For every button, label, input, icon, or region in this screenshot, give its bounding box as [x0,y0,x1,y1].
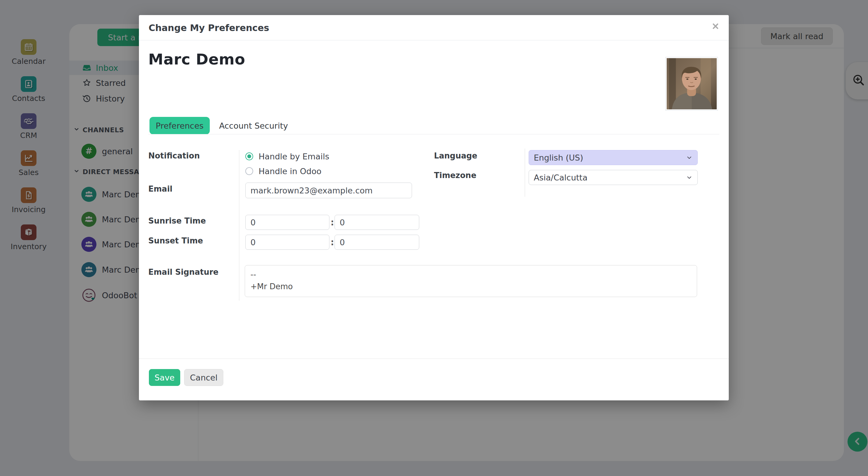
form-separator-right [525,149,525,197]
modal-header: Change My Preferences [139,15,729,40]
timezone-label: Timezone [434,171,476,180]
tab-preferences[interactable]: Preferences [150,117,210,134]
signature-line: +Mr Demo [250,281,691,292]
app-root: Calendar Contacts CRM [0,0,868,476]
time-colon: : [331,218,334,227]
timezone-select[interactable]: Asia/Calcutta [529,170,698,185]
close-icon [711,22,720,31]
tabs-divider [148,134,719,134]
tab-account-security[interactable]: Account Security [211,117,296,134]
sunset-time-label: Sunset Time [148,236,203,245]
sunrise-time-label: Sunrise Time [148,216,206,225]
chevron-down-icon [686,154,692,161]
language-label: Language [434,151,477,160]
form-separator-left [239,150,239,301]
cancel-button[interactable]: Cancel [184,369,223,386]
language-select[interactable]: English (US) [529,150,698,165]
email-label: Email [148,184,173,193]
footer-divider [139,358,729,359]
timezone-value: Asia/Calcutta [534,173,587,182]
save-button[interactable]: Save [149,369,180,386]
email-signature-label: Email Signature [148,267,218,277]
sunset-minute-field[interactable] [335,235,419,250]
radio-handle-in-odoo[interactable]: Handle in Odoo [245,165,321,178]
sunrise-hour-field[interactable] [245,215,330,230]
radio-handle-by-emails[interactable]: Handle by Emails [245,150,329,163]
preferences-modal: Change My Preferences Marc Demo [139,15,729,401]
notification-label: Notification [148,151,200,160]
sunset-hour-field[interactable] [245,235,330,250]
chevron-down-icon [686,174,692,181]
user-name-heading: Marc Demo [148,51,245,68]
signature-line: -- [250,268,691,281]
close-button[interactable] [708,19,723,34]
time-colon: : [331,237,334,247]
sunrise-minute-field[interactable] [335,215,419,230]
radio-selected-icon[interactable] [245,153,253,160]
user-avatar-photo [665,57,718,110]
email-field[interactable] [245,183,412,198]
email-signature-editor[interactable]: -- +Mr Demo [245,265,697,297]
modal-title: Change My Preferences [149,15,269,40]
language-value: English (US) [534,153,583,162]
radio-unselected-icon[interactable] [245,167,253,175]
